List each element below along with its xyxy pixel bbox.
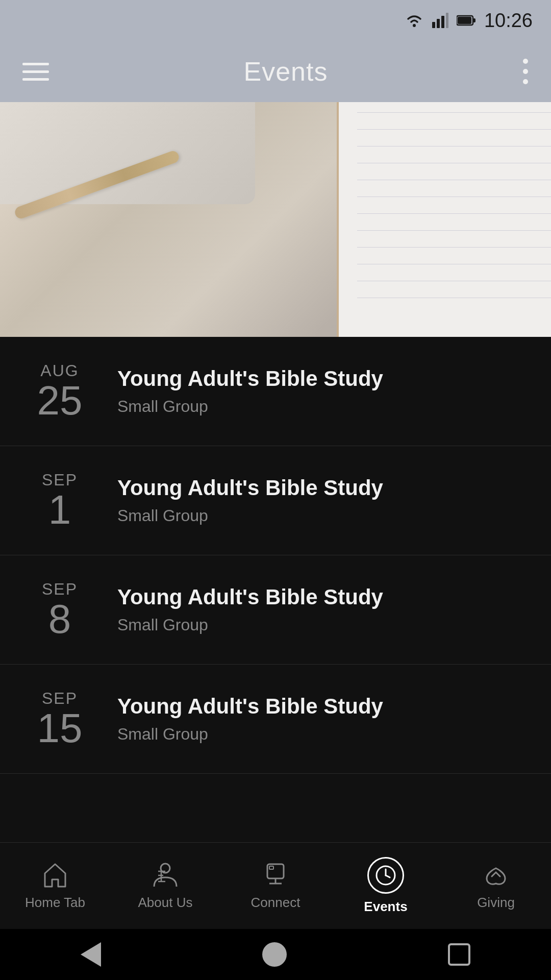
recents-button[interactable] <box>448 943 470 966</box>
more-vertical-icon <box>522 58 529 85</box>
svg-rect-3 <box>441 16 444 28</box>
back-button[interactable] <box>81 942 101 967</box>
toolbar: Events <box>0 41 551 102</box>
nav-label-about: About Us <box>138 895 193 911</box>
event-day: 8 <box>48 599 71 640</box>
system-nav <box>0 929 551 980</box>
status-time: 10:26 <box>484 10 533 32</box>
signal-icon <box>432 13 448 28</box>
menu-button[interactable] <box>18 59 53 85</box>
menu-line-1 <box>22 63 49 65</box>
svg-rect-7 <box>473 18 475 22</box>
event-day: 1 <box>48 489 71 530</box>
events-list: AUG 25 Young Adult's Bible Study Small G… <box>0 337 551 774</box>
event-category: Small Group <box>117 397 524 416</box>
event-title: Young Adult's Bible Study <box>117 476 524 500</box>
nav-label-events: Events <box>364 899 407 915</box>
back-icon <box>81 942 101 967</box>
about-icon <box>151 861 180 890</box>
nav-item-giving[interactable]: Giving <box>441 853 551 919</box>
svg-rect-1 <box>432 22 435 28</box>
event-item[interactable]: SEP 15 Young Adult's Bible Study Small G… <box>0 665 551 774</box>
recents-icon <box>448 943 470 966</box>
svg-rect-2 <box>437 19 440 28</box>
event-info: Young Adult's Bible Study Small Group <box>117 366 524 416</box>
svg-point-9 <box>523 69 528 74</box>
status-icons: 10:26 <box>405 10 533 32</box>
home-icon <box>41 861 69 890</box>
nav-label-home: Home Tab <box>25 895 85 911</box>
giving-icon <box>482 861 510 890</box>
nav-label-giving: Giving <box>477 895 515 911</box>
event-info: Young Adult's Bible Study Small Group <box>117 585 524 634</box>
nav-item-connect[interactable]: Connect <box>220 853 331 919</box>
event-category: Small Group <box>117 725 524 744</box>
bottom-nav: Home Tab About Us Connect Events <box>0 842 551 929</box>
events-icon <box>374 864 397 887</box>
nav-item-events[interactable]: Events <box>331 849 441 923</box>
svg-point-8 <box>523 59 528 64</box>
more-options-button[interactable] <box>518 54 533 89</box>
svg-point-10 <box>523 79 528 84</box>
notebook-lines <box>357 112 551 337</box>
nav-label-connect: Connect <box>251 895 300 911</box>
event-item[interactable]: SEP 8 Young Adult's Bible Study Small Gr… <box>0 555 551 665</box>
nav-item-home[interactable]: Home Tab <box>0 853 110 919</box>
home-button[interactable] <box>262 942 287 967</box>
event-date: SEP 8 <box>27 580 93 640</box>
event-title: Young Adult's Bible Study <box>117 585 524 609</box>
home-circle-icon <box>262 942 287 967</box>
event-info: Young Adult's Bible Study Small Group <box>117 694 524 744</box>
event-title: Young Adult's Bible Study <box>117 366 524 391</box>
event-info: Young Adult's Bible Study Small Group <box>117 476 524 525</box>
event-date: SEP 1 <box>27 471 93 530</box>
page-title: Events <box>244 56 328 87</box>
svg-line-18 <box>386 875 390 877</box>
event-day: 25 <box>37 380 83 421</box>
connect-icon <box>261 861 290 890</box>
svg-rect-6 <box>458 17 471 24</box>
hero-banner <box>0 102 551 337</box>
battery-icon <box>457 15 476 26</box>
event-item[interactable]: AUG 25 Young Adult's Bible Study Small G… <box>0 337 551 446</box>
event-category: Small Group <box>117 506 524 525</box>
status-bar: 10:26 <box>0 0 551 41</box>
svg-rect-13 <box>269 866 273 869</box>
wifi-icon <box>405 13 424 28</box>
event-title: Young Adult's Bible Study <box>117 694 524 719</box>
notebook-decoration <box>337 102 551 337</box>
keyboard-decoration <box>0 102 255 204</box>
svg-rect-4 <box>446 13 448 28</box>
event-item[interactable]: SEP 1 Young Adult's Bible Study Small Gr… <box>0 446 551 555</box>
svg-point-0 <box>413 24 416 27</box>
nav-item-about[interactable]: About Us <box>110 853 220 919</box>
menu-line-2 <box>22 70 49 73</box>
event-category: Small Group <box>117 616 524 634</box>
event-date: SEP 15 <box>27 689 93 749</box>
event-date: AUG 25 <box>27 361 93 421</box>
menu-line-3 <box>22 78 49 81</box>
event-day: 15 <box>37 708 83 749</box>
